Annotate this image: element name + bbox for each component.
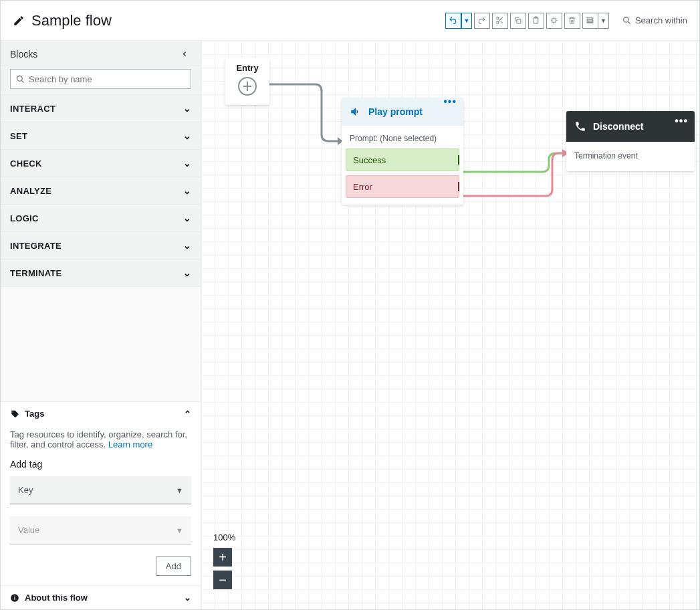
arrange-button[interactable] <box>582 13 598 29</box>
paste-button[interactable] <box>528 13 544 29</box>
node-menu-icon[interactable]: ••• <box>675 115 688 127</box>
chevron-down-icon: ⌄ <box>183 213 191 223</box>
sidebar-header: Blocks ⌄ <box>1 41 201 66</box>
category-set[interactable]: SET⌄ <box>1 122 201 150</box>
add-tag-button[interactable]: Add <box>156 556 191 576</box>
svg-rect-8 <box>588 22 594 23</box>
svg-rect-12 <box>14 597 15 599</box>
sidebar-search[interactable] <box>10 69 191 89</box>
tags-panel-header[interactable]: Tags ⌄ <box>1 402 201 425</box>
chevron-down-icon: ⌄ <box>184 593 191 603</box>
canvas[interactable]: Entry ••• Play prompt Prompt: (None sele… <box>201 41 699 609</box>
search-icon <box>16 75 25 84</box>
svg-point-0 <box>497 17 499 19</box>
entry-label: Entry <box>225 63 269 73</box>
chevron-down-icon: ⌄ <box>183 185 191 196</box>
svg-rect-6 <box>588 18 594 19</box>
category-check[interactable]: CHECK⌄ <box>1 150 201 177</box>
chevron-down-icon: ⌄ <box>183 240 191 251</box>
success-port[interactable]: Success <box>346 148 459 171</box>
zoom-label: 100% <box>213 532 235 542</box>
play-prompt-node[interactable]: ••• Play prompt Prompt: (None selected) … <box>342 98 463 205</box>
entry-port[interactable] <box>238 77 257 96</box>
chevron-up-icon: ⌄ <box>184 409 191 419</box>
category-logic[interactable]: LOGIC⌄ <box>1 205 201 232</box>
add-tag-label: Add tag <box>10 459 191 470</box>
disconnect-node[interactable]: Disconnect ••• Termination event <box>566 111 695 171</box>
sidebar-title: Blocks <box>10 49 37 60</box>
key-placeholder: Key <box>18 485 33 495</box>
error-port[interactable]: Error <box>346 175 459 198</box>
info-icon <box>10 593 19 603</box>
undo-dropdown[interactable]: ▼ <box>461 13 472 29</box>
tag-value-select[interactable]: Value ▼ <box>10 516 191 544</box>
arrange-dropdown[interactable]: ▼ <box>598 13 609 29</box>
copy-button[interactable] <box>510 13 526 29</box>
svg-point-1 <box>497 21 499 23</box>
category-interact[interactable]: INTERACT⌄ <box>1 95 201 122</box>
disconnect-body: Termination event <box>566 142 695 171</box>
chevron-down-icon: ⌄ <box>183 130 191 141</box>
node-menu-icon[interactable]: ••• <box>443 96 457 108</box>
svg-rect-5 <box>552 19 556 22</box>
snap-button[interactable] <box>546 13 562 29</box>
dropdown-caret-icon: ▼ <box>176 526 183 534</box>
cut-button[interactable] <box>492 13 508 29</box>
about-title: About this flow <box>25 593 88 603</box>
tags-description: Tag resources to identify, organize, sea… <box>10 429 187 449</box>
learn-more-link[interactable]: Learn more <box>108 439 152 449</box>
zoom-controls: 100% + − <box>213 532 235 589</box>
search-icon <box>622 16 631 25</box>
header: Sample flow ▼ ▼ Search within <box>1 1 699 41</box>
disconnect-icon <box>574 120 586 132</box>
category-analyze[interactable]: ANALYZE⌄ <box>1 177 201 205</box>
toolbar: ▼ ▼ <box>445 13 609 29</box>
chevron-down-icon: ⌄ <box>183 268 191 278</box>
value-placeholder: Value <box>18 525 39 535</box>
tags-panel: Tags ⌄ Tag resources to identify, organi… <box>1 401 201 585</box>
sidebar: Blocks ⌄ INTERACT⌄ SET⌄ CHECK⌄ ANALYZE⌄ … <box>1 41 201 609</box>
search-within[interactable]: Search within <box>622 15 687 25</box>
zoom-out-button[interactable]: − <box>213 571 232 589</box>
chevron-down-icon: ⌄ <box>183 103 191 114</box>
pencil-icon <box>13 15 25 27</box>
play-prompt-body: Prompt: (None selected) <box>342 126 463 148</box>
category-terminate[interactable]: TERMINATE⌄ <box>1 260 201 287</box>
disconnect-title: Disconnect <box>593 121 643 132</box>
zoom-in-button[interactable]: + <box>213 548 232 567</box>
search-within-label: Search within <box>635 15 687 25</box>
play-prompt-title: Play prompt <box>368 106 423 117</box>
delete-button[interactable] <box>564 13 580 29</box>
undo-button[interactable] <box>445 13 461 29</box>
tag-icon <box>10 409 19 419</box>
svg-rect-2 <box>517 19 521 23</box>
chevron-down-icon: ⌄ <box>183 158 191 169</box>
category-integrate[interactable]: INTEGRATE⌄ <box>1 232 201 260</box>
search-input[interactable] <box>29 74 185 84</box>
page-title: Sample flow <box>13 12 112 29</box>
tags-title: Tags <box>25 409 44 419</box>
svg-point-9 <box>624 17 629 23</box>
svg-rect-13 <box>14 595 15 596</box>
svg-rect-7 <box>588 20 594 21</box>
flow-title[interactable]: Sample flow <box>31 12 112 29</box>
dropdown-caret-icon: ▼ <box>176 486 183 494</box>
speaker-icon <box>350 106 362 118</box>
redo-button[interactable] <box>474 13 490 29</box>
collapse-sidebar-icon[interactable]: ⌄ <box>181 49 193 58</box>
about-panel-header[interactable]: About this flow ⌄ <box>1 585 201 609</box>
entry-node[interactable]: Entry <box>225 58 269 105</box>
tag-key-select[interactable]: Key ▼ <box>10 476 191 504</box>
svg-point-10 <box>17 76 23 81</box>
